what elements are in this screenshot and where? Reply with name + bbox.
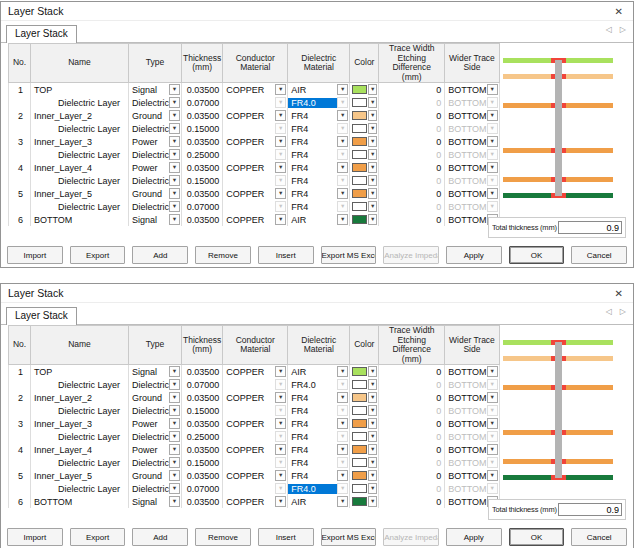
dropdown-arrow-icon[interactable]: ▼ <box>337 444 348 455</box>
conductor-material-value[interactable]: COPPER <box>223 111 275 121</box>
etching-difference-value[interactable]: 0 <box>379 456 445 469</box>
ok-button[interactable]: OK <box>509 246 565 264</box>
wider-trace-side-value[interactable]: BOTTOM <box>445 471 486 481</box>
dropdown-arrow-icon[interactable]: ▼ <box>275 110 286 121</box>
tab-layer-stack[interactable]: Layer Stack <box>6 25 77 43</box>
dropdown-arrow-icon[interactable]: ▼ <box>169 110 180 121</box>
layer-type-value[interactable]: Signal <box>129 215 169 225</box>
dielectric-material-value[interactable]: FR4 <box>288 124 337 134</box>
dropdown-arrow-icon[interactable]: ▼ <box>275 214 286 225</box>
tab-layer-stack[interactable]: Layer Stack <box>6 307 77 325</box>
layer-name[interactable]: Dielectric Layer <box>31 96 129 109</box>
dielectric-material-value[interactable]: FR4 <box>288 445 337 455</box>
layer-type-value[interactable]: Dielectric <box>129 458 169 468</box>
etching-difference-value[interactable]: 0 <box>379 365 445 379</box>
close-icon[interactable]: ✕ <box>612 6 626 17</box>
dropdown-arrow-icon[interactable]: ▼ <box>275 162 286 173</box>
wider-trace-side-value[interactable]: BOTTOM <box>445 189 486 199</box>
layer-name[interactable]: Dielectric Layer <box>31 482 129 495</box>
dropdown-arrow-icon[interactable]: ▼ <box>368 175 377 186</box>
layer-name[interactable]: Dielectric Layer <box>31 174 129 187</box>
wider-trace-side-value[interactable]: BOTTOM <box>445 484 486 494</box>
wider-trace-side-value[interactable]: BOTTOM <box>445 202 486 212</box>
layer-type-value[interactable]: Ground <box>129 189 169 199</box>
layer-color-swatch[interactable] <box>352 367 367 376</box>
tab-scroll-left-icon[interactable]: ◁ <box>606 26 612 34</box>
etching-difference-value[interactable]: 0 <box>379 495 445 508</box>
layer-color-swatch[interactable] <box>352 150 367 159</box>
dropdown-arrow-icon[interactable]: ▼ <box>368 214 377 225</box>
thickness-value[interactable]: 0.03500 <box>182 495 223 508</box>
layer-type-value[interactable]: Dielectric <box>129 380 169 390</box>
wider-trace-side-value[interactable]: BOTTOM <box>445 458 486 468</box>
dropdown-arrow-icon[interactable]: ▼ <box>169 149 180 160</box>
thickness-value[interactable]: 0.07000 <box>182 482 223 495</box>
wider-trace-side-value[interactable]: BOTTOM <box>445 124 486 134</box>
dropdown-arrow-icon[interactable]: ▼ <box>275 496 286 507</box>
etching-difference-value[interactable]: 0 <box>379 96 445 109</box>
dropdown-arrow-icon[interactable]: ▼ <box>368 97 377 108</box>
dielectric-material-value[interactable]: FR4 <box>288 432 337 442</box>
dielectric-material-value[interactable]: FR4.0 <box>288 380 337 390</box>
dropdown-arrow-icon[interactable]: ▼ <box>337 366 348 377</box>
etching-difference-value[interactable]: 0 <box>379 148 445 161</box>
export-button[interactable]: Export <box>70 528 126 546</box>
layer-type-value[interactable]: Power <box>129 445 169 455</box>
dropdown-arrow-icon[interactable]: ▼ <box>368 392 377 403</box>
dielectric-material-value[interactable]: FR4 <box>288 419 337 429</box>
dropdown-arrow-icon[interactable]: ▼ <box>169 392 180 403</box>
conductor-material-value[interactable]: COPPER <box>223 445 275 455</box>
export-button[interactable]: Export <box>70 246 126 264</box>
dropdown-arrow-icon[interactable]: ▼ <box>169 431 180 442</box>
remove-button[interactable]: Remove <box>195 246 251 264</box>
conductor-material-value[interactable]: COPPER <box>223 367 275 377</box>
layer-type-value[interactable]: Power <box>129 163 169 173</box>
dropdown-arrow-icon[interactable]: ▼ <box>368 366 377 377</box>
dropdown-arrow-icon[interactable]: ▼ <box>368 470 377 481</box>
layer-name[interactable]: Dielectric Layer <box>31 404 129 417</box>
layer-name[interactable]: Dielectric Layer <box>31 122 129 135</box>
apply-button[interactable]: Apply <box>446 246 502 264</box>
dropdown-arrow-icon[interactable]: ▼ <box>337 162 348 173</box>
layer-type-value[interactable]: Dielectric <box>129 484 169 494</box>
dropdown-arrow-icon[interactable]: ▼ <box>368 84 377 95</box>
thickness-value[interactable]: 0.03500 <box>182 469 223 482</box>
insert-button[interactable]: Insert <box>258 246 314 264</box>
layer-color-swatch[interactable] <box>352 432 367 441</box>
thickness-value[interactable]: 0.15000 <box>182 174 223 187</box>
layer-name[interactable]: Dielectric Layer <box>31 430 129 443</box>
close-icon[interactable]: ✕ <box>612 288 626 299</box>
conductor-material-value[interactable]: COPPER <box>223 471 275 481</box>
dropdown-arrow-icon[interactable]: ▼ <box>368 418 377 429</box>
dropdown-arrow-icon[interactable]: ▼ <box>368 496 377 507</box>
import-button[interactable]: Import <box>7 528 63 546</box>
dropdown-arrow-icon[interactable]: ▼ <box>275 470 286 481</box>
layer-color-swatch[interactable] <box>352 98 367 107</box>
dropdown-arrow-icon[interactable]: ▼ <box>275 136 286 147</box>
dropdown-arrow-icon[interactable]: ▼ <box>169 162 180 173</box>
wider-trace-side-value[interactable]: BOTTOM <box>445 445 486 455</box>
layer-name[interactable]: Inner_Layer_5 <box>31 187 129 200</box>
dielectric-material-value[interactable]: FR4 <box>288 189 337 199</box>
layer-name[interactable]: Inner_Layer_4 <box>31 443 129 456</box>
dielectric-material-value[interactable]: FR4 <box>288 150 337 160</box>
layer-color-swatch[interactable] <box>352 458 367 467</box>
dielectric-material-value[interactable]: FR4 <box>288 163 337 173</box>
tab-scroll-right-icon[interactable]: ▷ <box>620 308 626 316</box>
layer-name[interactable]: Inner_Layer_3 <box>31 417 129 430</box>
etching-difference-value[interactable]: 0 <box>379 430 445 443</box>
layer-color-swatch[interactable] <box>352 189 367 198</box>
dropdown-arrow-icon[interactable]: ▼ <box>337 136 348 147</box>
conductor-material-value[interactable]: COPPER <box>223 215 275 225</box>
thickness-value[interactable]: 0.03500 <box>182 109 223 122</box>
thickness-value[interactable]: 0.15000 <box>182 122 223 135</box>
thickness-value[interactable]: 0.07000 <box>182 378 223 391</box>
dielectric-material-value[interactable]: AIR <box>288 497 337 507</box>
conductor-material-value[interactable]: COPPER <box>223 85 275 95</box>
dropdown-arrow-icon[interactable]: ▼ <box>368 483 377 494</box>
dielectric-material-value[interactable]: FR4.0 <box>288 98 337 108</box>
wider-trace-side-value[interactable]: BOTTOM <box>445 380 486 390</box>
layer-color-swatch[interactable] <box>352 497 367 506</box>
layer-type-value[interactable]: Power <box>129 419 169 429</box>
dropdown-arrow-icon[interactable]: ▼ <box>368 162 377 173</box>
